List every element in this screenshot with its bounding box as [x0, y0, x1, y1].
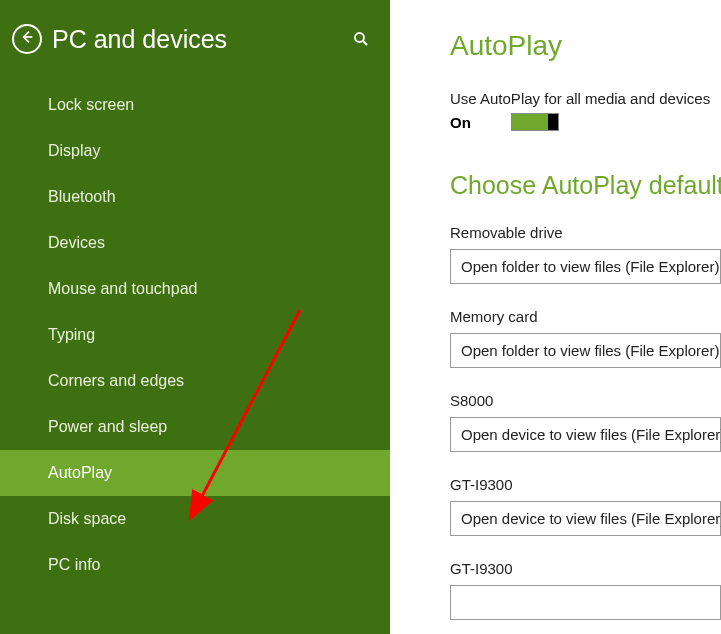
sidebar-item-autoplay[interactable]: AutoPlay: [0, 450, 390, 496]
sidebar-title: PC and devices: [52, 25, 342, 54]
sidebar-item-disk-space[interactable]: Disk space: [0, 496, 390, 542]
sidebar-item-corners-and-edges[interactable]: Corners and edges: [0, 358, 390, 404]
search-icon[interactable]: [352, 30, 370, 48]
device-label: GT-I9300: [450, 476, 721, 493]
sidebar-item-label: Power and sleep: [48, 418, 167, 435]
content-pane: AutoPlay Use AutoPlay for all media and …: [390, 0, 721, 634]
sidebar: PC and devices Lock screen Display Bluet…: [0, 0, 390, 634]
sidebar-item-bluetooth[interactable]: Bluetooth: [0, 174, 390, 220]
device-label: GT-I9300: [450, 560, 721, 577]
device-dropdown[interactable]: Open device to view files (File Explorer…: [450, 417, 721, 452]
dropdown-value: Open device to view files (File Explorer…: [461, 510, 721, 527]
dropdown-value: Open device to view files (File Explorer…: [461, 426, 721, 443]
sidebar-item-label: AutoPlay: [48, 464, 112, 481]
sidebar-item-label: Devices: [48, 234, 105, 251]
sidebar-item-label: Mouse and touchpad: [48, 280, 197, 297]
device-group-memory-card: Memory card Open folder to view files (F…: [450, 308, 721, 368]
device-dropdown[interactable]: [450, 585, 721, 620]
device-group-s8000: S8000 Open device to view files (File Ex…: [450, 392, 721, 452]
toggle-state: On: [450, 114, 471, 131]
device-group-gt-i9300-2: GT-I9300: [450, 560, 721, 620]
device-dropdown[interactable]: Open folder to view files (File Explorer…: [450, 249, 721, 284]
sidebar-item-label: Typing: [48, 326, 95, 343]
device-label: Memory card: [450, 308, 721, 325]
section-title: Choose AutoPlay defaults: [450, 171, 721, 200]
sidebar-item-label: Disk space: [48, 510, 126, 527]
device-label: S8000: [450, 392, 721, 409]
toggle-row: On: [450, 113, 721, 131]
svg-point-0: [355, 33, 364, 42]
sidebar-item-label: Display: [48, 142, 100, 159]
sidebar-item-label: Lock screen: [48, 96, 134, 113]
device-group-gt-i9300-1: GT-I9300 Open device to view files (File…: [450, 476, 721, 536]
arrow-left-icon: [19, 29, 35, 49]
sidebar-item-label: Corners and edges: [48, 372, 184, 389]
toggle-label: Use AutoPlay for all media and devices: [450, 90, 721, 107]
svg-line-1: [363, 41, 367, 45]
sidebar-item-display[interactable]: Display: [0, 128, 390, 174]
device-dropdown[interactable]: Open device to view files (File Explorer…: [450, 501, 721, 536]
sidebar-item-power-and-sleep[interactable]: Power and sleep: [0, 404, 390, 450]
sidebar-header: PC and devices: [0, 0, 390, 82]
sidebar-item-mouse-and-touchpad[interactable]: Mouse and touchpad: [0, 266, 390, 312]
sidebar-item-label: PC info: [48, 556, 100, 573]
sidebar-item-label: Bluetooth: [48, 188, 116, 205]
device-label: Removable drive: [450, 224, 721, 241]
page-title: AutoPlay: [450, 30, 721, 62]
device-group-removable-drive: Removable drive Open folder to view file…: [450, 224, 721, 284]
toggle-knob: [548, 114, 558, 130]
nav-list: Lock screen Display Bluetooth Devices Mo…: [0, 82, 390, 588]
sidebar-item-lock-screen[interactable]: Lock screen: [0, 82, 390, 128]
device-dropdown[interactable]: Open folder to view files (File Explorer…: [450, 333, 721, 368]
dropdown-value: Open folder to view files (File Explorer…: [461, 342, 719, 359]
sidebar-item-typing[interactable]: Typing: [0, 312, 390, 358]
autoplay-toggle[interactable]: [511, 113, 559, 131]
dropdown-value: Open folder to view files (File Explorer…: [461, 258, 719, 275]
sidebar-item-pc-info[interactable]: PC info: [0, 542, 390, 588]
back-button[interactable]: [12, 24, 42, 54]
sidebar-item-devices[interactable]: Devices: [0, 220, 390, 266]
